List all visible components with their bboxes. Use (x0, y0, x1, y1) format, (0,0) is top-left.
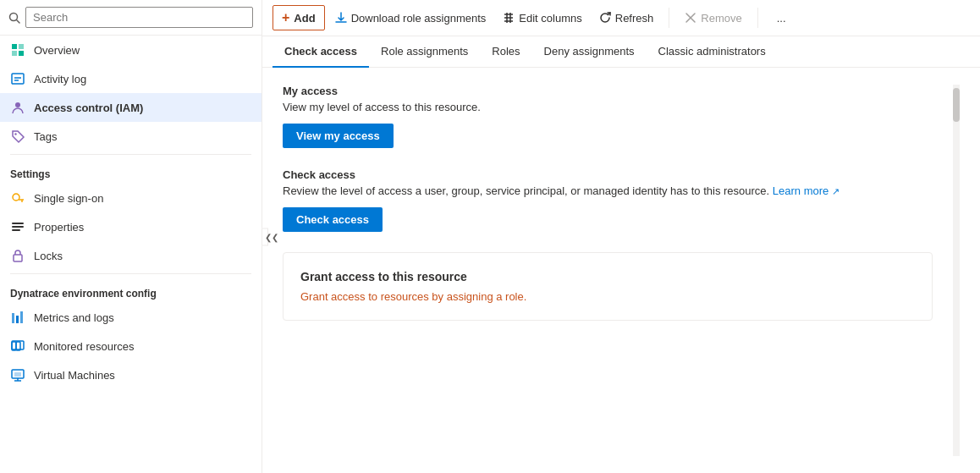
refresh-button[interactable]: Refresh (592, 8, 661, 29)
monitored-icon (10, 338, 25, 354)
sidebar-item-iam-label: Access control (IAM) (34, 102, 143, 114)
tab-check-access[interactable]: Check access (273, 36, 369, 68)
sidebar-item-properties-label: Properties (34, 221, 84, 234)
key-icon (10, 190, 25, 206)
properties-icon (10, 219, 25, 234)
svg-rect-15 (12, 226, 24, 228)
metrics-icon (10, 310, 25, 325)
toolbar: + Add Download role assignments (262, 0, 980, 36)
svg-rect-18 (12, 313, 14, 323)
overview-icon (10, 42, 25, 58)
content-left: My access View my level of access to thi… (283, 85, 933, 456)
svg-rect-17 (14, 255, 22, 261)
svg-point-11 (13, 194, 19, 201)
toolbar-separator (669, 8, 669, 28)
svg-rect-3 (19, 44, 24, 49)
edit-columns-label: Edit columns (519, 12, 581, 25)
collapse-sidebar-button[interactable]: ❮❮ (262, 228, 268, 245)
sidebar-item-locks[interactable]: Locks (0, 241, 262, 270)
svg-point-9 (15, 102, 20, 107)
add-button[interactable]: + Add (273, 5, 325, 30)
tab-classic-admin-label: Classic administrators (658, 45, 766, 58)
svg-point-10 (14, 133, 16, 135)
remove-button[interactable]: Remove (678, 8, 748, 29)
vm-icon (10, 367, 25, 382)
grant-access-description: Grant access to resources by assigning a… (300, 290, 915, 303)
more-label: ... (777, 12, 786, 25)
sidebar-item-sso-label: Single sign-on (34, 192, 103, 205)
content-area: My access View my level of access to thi… (262, 68, 980, 473)
refresh-icon (599, 12, 611, 24)
sidebar-item-iam[interactable]: Access control (IAM) (0, 93, 262, 122)
learn-more-link[interactable]: Learn more ↗ (773, 184, 840, 197)
tabs: Check access Role assignments Roles Deny… (262, 36, 980, 68)
svg-rect-16 (12, 229, 20, 231)
sidebar-item-vms[interactable]: Virtual Machines (0, 360, 262, 389)
search-input[interactable] (25, 7, 253, 28)
scrollbar-thumb[interactable] (953, 88, 960, 122)
tab-classic-admin[interactable]: Classic administrators (647, 36, 778, 68)
grant-access-title: Grant access to this resource (300, 270, 915, 283)
sidebar-item-activity-log-label: Activity log (34, 73, 86, 85)
lock-icon (10, 248, 25, 263)
edit-columns-button[interactable]: Edit columns (496, 8, 588, 29)
add-button-label: Add (294, 12, 315, 25)
svg-rect-6 (12, 74, 24, 84)
download-button[interactable]: Download role assignments (328, 8, 493, 29)
check-access-button[interactable]: Check access (283, 207, 383, 232)
my-access-title: My access (283, 85, 933, 97)
sidebar-item-overview-label: Overview (34, 44, 80, 57)
scrollbar-track (953, 85, 960, 456)
view-my-access-button[interactable]: View my access (283, 124, 394, 148)
remove-label: Remove (701, 12, 741, 25)
download-icon (335, 12, 347, 24)
sidebar-item-properties[interactable]: Properties (0, 212, 262, 241)
sidebar-item-vms-label: Virtual Machines (34, 369, 115, 382)
tab-deny-assignments[interactable]: Deny assignments (532, 36, 647, 68)
edit-columns-icon (503, 12, 515, 24)
sidebar-item-sso[interactable]: Single sign-on (0, 184, 262, 212)
iam-icon (10, 100, 25, 115)
settings-header: Settings (0, 158, 262, 184)
tags-icon (10, 129, 25, 144)
svg-rect-27 (14, 372, 21, 377)
sidebar-item-metrics[interactable]: Metrics and logs (0, 303, 262, 332)
check-access-section: Check access Review the level of access … (283, 168, 933, 232)
tab-role-assignments-label: Role assignments (381, 45, 468, 58)
my-access-description: View my level of access to this resource… (283, 101, 933, 113)
tab-check-access-label: Check access (284, 45, 357, 58)
search-icon (8, 12, 20, 24)
download-label: Download role assignments (351, 12, 487, 25)
tab-roles[interactable]: Roles (480, 36, 531, 68)
sidebar-item-metrics-label: Metrics and logs (34, 311, 114, 324)
divider-settings (10, 154, 251, 155)
check-access-title: Check access (283, 168, 933, 181)
more-button[interactable]: ... (770, 8, 793, 29)
tab-roles-label: Roles (492, 45, 520, 58)
svg-rect-5 (19, 51, 24, 56)
svg-rect-20 (20, 311, 23, 323)
toolbar-separator-2 (757, 8, 758, 28)
tab-deny-assignments-label: Deny assignments (544, 45, 635, 58)
sidebar-item-monitored-label: Monitored resources (34, 340, 135, 353)
plus-icon: + (282, 10, 289, 25)
sidebar-item-activity-log[interactable]: Activity log (0, 64, 262, 93)
sidebar-item-overview[interactable]: Overview (0, 36, 262, 64)
svg-line-1 (17, 19, 20, 23)
sidebar-item-monitored[interactable]: Monitored resources (0, 332, 262, 360)
my-access-section: My access View my level of access to thi… (283, 85, 933, 148)
external-link-icon: ↗ (832, 186, 840, 196)
sidebar-item-locks-label: Locks (34, 250, 63, 262)
tab-role-assignments[interactable]: Role assignments (369, 36, 480, 68)
check-access-description-text: Review the level of access a user, group… (283, 184, 769, 197)
sidebar: Overview Activity log Access control (IA… (0, 0, 262, 473)
svg-rect-14 (12, 223, 24, 224)
sidebar-item-tags[interactable]: Tags (0, 122, 262, 151)
main-panel: + Add Download role assignments (262, 0, 980, 473)
remove-icon (685, 12, 696, 24)
refresh-label: Refresh (615, 12, 654, 25)
svg-rect-19 (16, 316, 19, 323)
check-access-description: Review the level of access a user, group… (283, 184, 933, 197)
svg-rect-2 (12, 44, 17, 49)
grant-access-card: Grant access to this resource Grant acce… (283, 252, 933, 321)
